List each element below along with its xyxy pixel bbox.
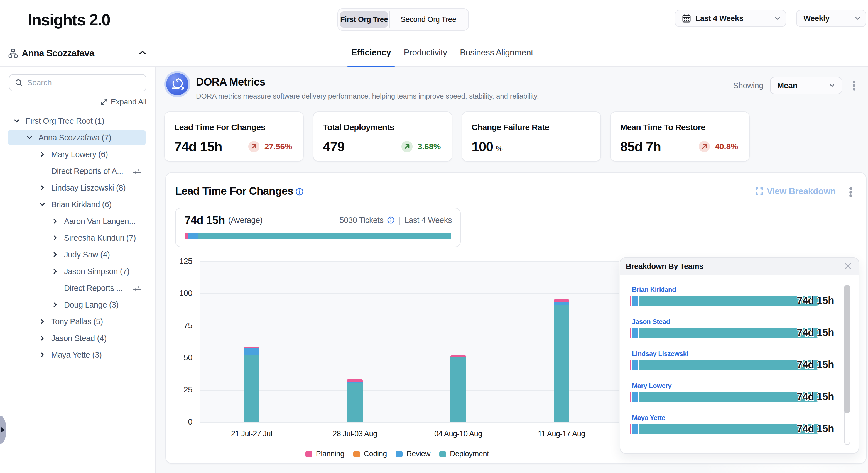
- view-breakdown-button[interactable]: View Breakdown: [755, 186, 836, 196]
- bar-segment-planning: [554, 299, 569, 302]
- date-range-select[interactable]: Last 4 Weeks: [675, 10, 786, 27]
- breakdown-team-row: Jason Stead74d 15h: [620, 318, 859, 344]
- legend-item-coding[interactable]: Coding: [353, 450, 387, 458]
- tree-item-label: Judy Saw (4): [64, 250, 110, 259]
- tab-productivity[interactable]: Productivity: [400, 40, 451, 67]
- team-value: 74d 15h: [797, 424, 834, 434]
- tab-business-alignment[interactable]: Business Alignment: [456, 40, 537, 67]
- metric-card-lead-time-for-changes: Lead Time For Changes74d 15h27.56%: [164, 112, 304, 161]
- breakdown-team-row: Brian Kirkland74d 15h: [620, 286, 859, 312]
- trend-up-icon: [404, 144, 410, 150]
- toggle-second-org-tree[interactable]: Second Org Tree: [391, 11, 466, 28]
- tree-item-tony-pallas-5[interactable]: Tony Pallas (5): [0, 313, 155, 330]
- team-link[interactable]: Mary Lowery: [632, 382, 672, 390]
- panel-scrollbar-thumb[interactable]: [844, 285, 850, 413]
- metric-unit: %: [496, 144, 503, 153]
- dora-menu-kebab[interactable]: [849, 78, 859, 93]
- chevron-right-icon: [39, 352, 45, 358]
- tree-item-label: Direct Reports ...: [64, 284, 123, 293]
- trend-value: 27.56%: [265, 142, 292, 151]
- team-link[interactable]: Lindsay Liszewski: [632, 350, 688, 358]
- x-tick-label: 11 Aug-17 Aug: [517, 430, 606, 438]
- legend-item-deployment[interactable]: Deployment: [439, 450, 489, 458]
- tree-expand-toggle[interactable]: [51, 300, 60, 309]
- search-input[interactable]: [27, 78, 140, 87]
- expand-all-button[interactable]: Expand All: [101, 96, 147, 108]
- metric-card-total-deployments: Total Deployments4793.68%: [313, 112, 453, 161]
- trend-circle: [699, 141, 710, 152]
- tree-item-judy-saw-4[interactable]: Judy Saw (4): [0, 246, 155, 263]
- metric-title: Lead Time For Changes: [174, 123, 265, 132]
- tree-expand-toggle[interactable]: [38, 350, 47, 359]
- expand-corners-icon: [755, 187, 763, 195]
- tab-efficiency[interactable]: Efficiency: [347, 40, 395, 67]
- tree-collapse-toggle[interactable]: [25, 133, 34, 142]
- tree-expand-toggle[interactable]: [38, 150, 47, 159]
- stacked-bar-2[interactable]: [347, 379, 363, 422]
- showing-select[interactable]: Mean: [770, 77, 842, 94]
- kebab-dot: [849, 187, 852, 190]
- tree-item-direct-reports[interactable]: Direct Reports ...: [0, 280, 155, 296]
- tree-item-maya-yette-3[interactable]: Maya Yette (3): [0, 347, 155, 363]
- info-icon[interactable]: [387, 216, 395, 224]
- tree-item-sireesha-kunduri-7[interactable]: Sireesha Kunduri (7): [0, 230, 155, 246]
- team-link[interactable]: Jason Stead: [632, 318, 670, 326]
- tree-expand-toggle[interactable]: [51, 217, 60, 226]
- tree-item-direct-reports-of-a[interactable]: Direct Reports of A...: [0, 163, 155, 179]
- filter-sliders-icon[interactable]: [133, 284, 141, 294]
- stacked-bar-3[interactable]: [451, 355, 466, 422]
- tree-collapse-toggle[interactable]: [12, 116, 21, 125]
- team-bar-deployment: [639, 424, 821, 434]
- breakdown-panel-title: Breakdown By Teams: [626, 258, 703, 275]
- tree-expand-toggle[interactable]: [51, 233, 60, 242]
- gridline: [199, 261, 619, 262]
- tree-item-doug-lange-3[interactable]: Doug Lange (3): [0, 296, 155, 313]
- chevron-right-icon: [39, 318, 45, 325]
- kebab-dot: [853, 81, 856, 83]
- team-link[interactable]: Brian Kirkland: [632, 286, 676, 294]
- legend-item-planning[interactable]: Planning: [305, 450, 344, 458]
- team-link[interactable]: Maya Yette: [632, 414, 665, 422]
- tree-expand-toggle[interactable]: [38, 334, 47, 343]
- trend-circle: [248, 141, 259, 152]
- tree-item-jason-simpson-7[interactable]: Jason Simpson (7): [0, 263, 155, 280]
- tree-item-jason-stead-4[interactable]: Jason Stead (4): [0, 330, 155, 347]
- legend-swatch: [305, 451, 312, 457]
- stacked-bar-1[interactable]: [244, 347, 259, 422]
- metric-cards: Lead Time For Changes74d 15h27.56%Total …: [164, 112, 750, 161]
- close-button[interactable]: [842, 261, 854, 273]
- stacked-bar-4[interactable]: [554, 299, 569, 422]
- sidebar-collapse-chevron[interactable]: [137, 48, 148, 59]
- tree-collapse-toggle[interactable]: [38, 200, 47, 209]
- toggle-first-org-tree[interactable]: First Org Tree: [340, 11, 388, 28]
- tree-item-brian-kirkland-6[interactable]: Brian Kirkland (6): [0, 196, 155, 213]
- chevron-up-icon: [138, 49, 147, 57]
- team-value: 74d 15h: [797, 296, 834, 305]
- filter-sliders-icon[interactable]: [133, 167, 141, 177]
- tree-item-mary-lowery-6[interactable]: Mary Lowery (6): [0, 146, 155, 163]
- x-tick-label: 04 Aug-10 Aug: [414, 430, 503, 438]
- tree-expand-toggle[interactable]: [38, 317, 47, 326]
- legend-item-review[interactable]: Review: [396, 450, 430, 458]
- y-tick-label: 0: [170, 417, 192, 426]
- tree-expand-toggle[interactable]: [38, 183, 47, 192]
- tree-expand-toggle[interactable]: [51, 267, 60, 276]
- view-breakdown-label: View Breakdown: [767, 186, 836, 197]
- team-bar: [630, 328, 821, 337]
- tree-item-anna-scozzafava-7[interactable]: Anna Scozzafava (7): [0, 129, 155, 146]
- chart-menu-kebab[interactable]: [846, 185, 856, 200]
- team-bar-review: [632, 296, 638, 305]
- tree-item-first-org-tree-root-1[interactable]: First Org Tree Root (1): [0, 113, 155, 129]
- toggle-divider: [389, 11, 390, 28]
- tree-item-aaron-van-langen[interactable]: Aaron Van Langen...: [0, 213, 155, 230]
- sub-header: Anna Scozzafava Efficiency Productivity …: [0, 40, 868, 67]
- tree-item-lindsay-liszewski-8[interactable]: Lindsay Liszewski (8): [0, 179, 155, 196]
- info-icon[interactable]: [296, 188, 304, 196]
- y-tick-label: 50: [170, 353, 192, 362]
- tree-expand-toggle[interactable]: [51, 250, 60, 259]
- trend-circle: [401, 141, 412, 152]
- bar-segment-deployment: [554, 305, 569, 422]
- summary-tickets: 5030 Tickets: [339, 216, 383, 225]
- granularity-select[interactable]: Weekly: [796, 10, 866, 27]
- trend-value: 40.8%: [715, 142, 738, 151]
